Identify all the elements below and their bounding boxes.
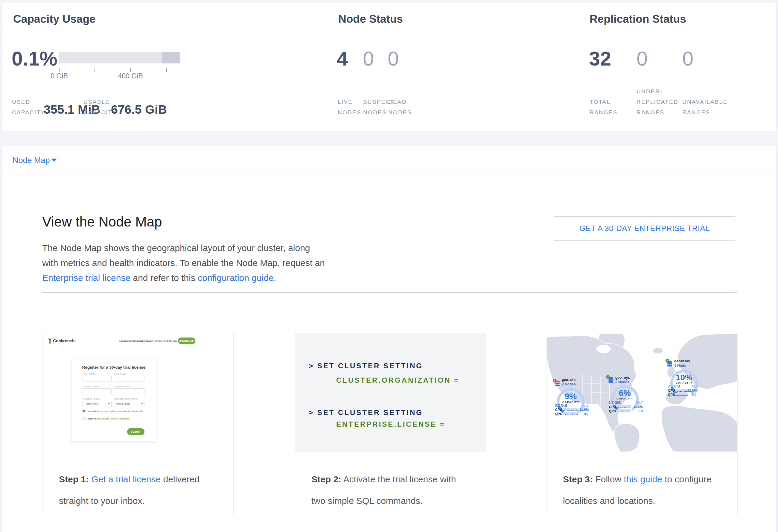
suspect-nodes-count: 0 [363, 48, 374, 69]
qps-value: 0.0 [632, 409, 643, 413]
enterprise-trial-button[interactable]: GET A 30-DAY ENTERPRISE TRIAL [553, 216, 736, 241]
qps-label: QPS [609, 409, 616, 413]
step-1-card: Cockroach LABS PRODUCT CUSTOMERS DOCS RE… [43, 333, 234, 514]
nav-item-product: PRODUCT [119, 340, 131, 343]
capacity-tick-0: 0 GiB [41, 72, 77, 80]
database-icon [555, 381, 560, 388]
cluster-node-count: 2 Nodes [562, 382, 576, 386]
step-2-caption: Step 2: Activate the trial license with … [295, 452, 486, 512]
cpu-value: 11.0% [579, 408, 589, 411]
reason-select: Please Select [114, 401, 145, 407]
qps-label: QPS [668, 393, 675, 396]
enterprise-trial-button-label: GET A 30-DAY ENTERPRISE TRIAL [579, 224, 710, 233]
company-email-field [114, 388, 145, 394]
axis-tick [130, 68, 131, 72]
under-replicated-count: 0 [636, 48, 647, 69]
reason-label: REASON FOR INTEREST [114, 398, 139, 400]
qps-sparkline [563, 412, 578, 415]
usable-capacity-value: 676.5 GiB [111, 102, 167, 117]
configuration-guide-link[interactable]: configuration guide [198, 273, 274, 283]
description-text: and refer to this [131, 273, 198, 283]
node-map-description: The Node Map shows the geographical layo… [42, 241, 325, 286]
last-name-label: LAST NAME [114, 373, 126, 375]
qps-value: 4.7 [579, 412, 589, 415]
registration-form-screenshot: Cockroach LABS PRODUCT CUSTOMERS DOCS RE… [43, 333, 233, 452]
capacity-percent: 9% [559, 392, 583, 401]
used-capacity: 3.7 GiB [608, 401, 621, 405]
main-panel: Node Map View the Node Map GET A 30-DAY … [1, 146, 777, 532]
description-text: The Node Map shows the geographical layo… [42, 243, 325, 268]
capacity-percent: 10% [672, 373, 696, 382]
capacity-percent: 0.1% [12, 48, 58, 69]
step-1-label: Step 1: [59, 474, 89, 484]
company-name-label: COMPANY NAME [83, 385, 99, 387]
qps-label: QPS [555, 412, 562, 415]
nav-item-resources: RESOURCES [155, 340, 170, 343]
software-license-agreement-link: Software License Agreement. [100, 417, 130, 420]
node-map-dropdown[interactable]: Node Map [2, 146, 776, 174]
email-updates-text: I would like to receive email updates ab… [86, 410, 144, 412]
node-map-preview: 1 geo=sfo 2 Nodes 9% CAPACITY 3.2 GiB 35… [547, 333, 737, 452]
replication-status-title: Replication Status [590, 13, 686, 25]
qps-value: 0.0 [687, 393, 696, 396]
cluster-name: geo=ams [674, 359, 690, 363]
cpu-value: 42.5% [632, 405, 643, 409]
select-placeholder: Please Select [116, 402, 130, 405]
cpu-label: CPU [668, 389, 675, 392]
cockroach-logo-icon [48, 338, 52, 346]
total-ranges-label: TOTAL RANGES [590, 97, 617, 118]
enterprise-trial-license-link[interactable]: Enterprise trial license [42, 273, 131, 283]
cpu-sparkline [675, 389, 688, 392]
node-map-dropdown-label[interactable]: Node Map [13, 156, 50, 165]
step-3-card: 1 geo=sfo 2 Nodes 9% CAPACITY 3.2 GiB 35… [546, 333, 737, 514]
select-placeholder: Please Select [85, 402, 98, 405]
section-divider [42, 292, 737, 293]
project-phase-select: Please Select [83, 401, 111, 407]
sql-setting-license: ENTERPRISE.LICENSE = [336, 420, 445, 429]
submit-button: SUBMIT [127, 428, 145, 435]
cpu-sparkline [617, 405, 631, 408]
cluster-node-count: 1 Node [674, 364, 686, 368]
select-caret-icon [108, 403, 110, 404]
step-1-caption: Step 1: Get a trial license delivered st… [43, 452, 233, 512]
get-trial-license-link[interactable]: Get a trial license [91, 474, 161, 484]
used-capacity: 3.6 GiB [668, 384, 680, 388]
trial-license-form: Register for a 30-day trial license FIRS… [72, 358, 156, 442]
unavailable-ranges-count: 0 [682, 48, 693, 69]
first-name-field [83, 376, 111, 382]
live-nodes-count: 4 [337, 48, 348, 69]
this-guide-link[interactable]: this guide [624, 474, 662, 484]
first-name-label: FIRST NAME [83, 373, 95, 375]
under-replicated-label: UNDER- REPLICATED RANGES [636, 86, 678, 118]
dead-nodes-count: 0 [388, 48, 399, 69]
form-title: Register for a 30-day trial license [72, 365, 156, 370]
capacity-bar [59, 52, 180, 63]
cpu-value: 12.3% [687, 389, 696, 392]
dead-nodes-label: DEAD NODES [388, 97, 412, 118]
caption-text: Follow [593, 474, 624, 484]
capacity-usage-title: Capacity Usage [13, 13, 96, 25]
project-phase-label: PROJECT PHASE [83, 398, 100, 400]
axis-tick [94, 68, 95, 72]
license-agreement-checkbox [83, 417, 85, 420]
step-2-label: Step 2: [311, 474, 341, 484]
agreement-text: I agree to the [86, 417, 100, 420]
cluster-name: geo=sfo [562, 378, 575, 382]
download-button: DOWNLOAD [178, 337, 195, 344]
license-agreement-text: I agree to the Software License Agreemen… [86, 417, 130, 420]
cpu-label: CPU [555, 408, 562, 411]
select-caret-icon [141, 403, 143, 404]
email-updates-checkbox [83, 410, 85, 412]
qps-sparkline [617, 409, 631, 412]
nav-item-blog: BLOG [170, 340, 177, 343]
capacity-percent: 6% [613, 389, 637, 397]
unavailable-ranges-label: UNAVAILABLE RANGES [682, 97, 727, 118]
used-capacity: 3.2 GiB [555, 404, 567, 407]
axis-tick [59, 68, 60, 72]
cluster-summary-card: Capacity Usage 0.1% 0 GiB 400 GiB USED C… [1, 3, 777, 131]
live-nodes-label: LIVE NODES [338, 97, 361, 118]
capacity-tick-400: 400 GiB [112, 72, 148, 80]
nav-item-customers: CUSTOMERS [131, 340, 147, 343]
sql-prompt-1: > SET CLUSTER SETTING [309, 362, 423, 370]
axis-tick [166, 68, 167, 72]
